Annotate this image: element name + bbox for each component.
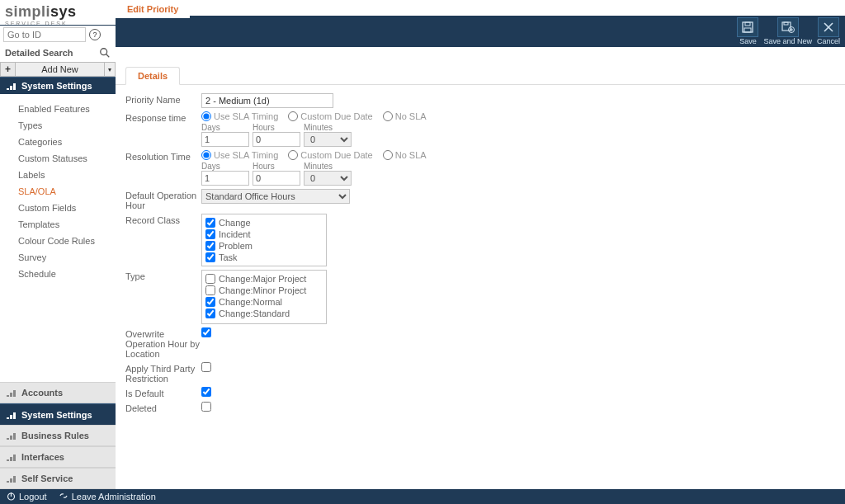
cancel-button[interactable]: Cancel: [817, 17, 840, 45]
power-icon: [7, 492, 16, 502]
svg-rect-10: [13, 412, 16, 419]
accordion-accounts[interactable]: Accounts: [0, 382, 116, 403]
check-problem[interactable]: [205, 241, 215, 251]
check-type-minor[interactable]: [205, 285, 215, 295]
response-minutes-select[interactable]: 0: [304, 132, 352, 147]
detailed-search-link[interactable]: Detailed Search: [5, 48, 73, 58]
toolbar: Save Save and New Cancel: [737, 16, 840, 45]
radio-use-sla-resolution[interactable]: Use SLA Timing: [201, 150, 278, 160]
accordion-label: Self Service: [21, 473, 73, 483]
svg-rect-18: [10, 478, 12, 483]
nav-survey[interactable]: Survey: [18, 249, 116, 266]
svg-rect-9: [10, 415, 12, 419]
caret-down-icon[interactable]: ▾: [104, 62, 116, 77]
label-record-class: Record Class: [125, 214, 201, 225]
label-default-op-hour: Default Operation Hour: [125, 189, 201, 210]
bars-icon: [7, 389, 17, 397]
radio-no-sla-resolution[interactable]: No SLA: [383, 150, 427, 160]
default-op-hour-select[interactable]: Standard Office Hours: [201, 189, 350, 204]
nav-labels[interactable]: Labels: [18, 167, 116, 183]
svg-rect-15: [10, 457, 12, 461]
check-overwrite-op-hour[interactable]: [201, 327, 211, 337]
tab-details[interactable]: Details: [125, 67, 180, 85]
nav-list: Enabled Features Types Categories Custom…: [0, 94, 116, 382]
label-days: Days: [201, 123, 249, 132]
add-new-label: Add New: [15, 62, 104, 77]
svg-rect-5: [7, 395, 9, 397]
check-change[interactable]: [205, 218, 215, 228]
accordion-system-settings[interactable]: System Settings: [0, 403, 116, 425]
nav-categories[interactable]: Categories: [18, 134, 116, 150]
list-item-label: Task: [219, 252, 238, 262]
check-deleted[interactable]: [201, 402, 211, 412]
svg-rect-3: [10, 86, 12, 90]
accordion-interfaces[interactable]: Interfaces: [0, 446, 116, 468]
nav-schedule[interactable]: Schedule: [18, 266, 116, 282]
goto-id-input[interactable]: [3, 27, 86, 42]
list-item-label: Change: [219, 218, 251, 228]
nav-enabled-features[interactable]: Enabled Features: [18, 101, 116, 117]
list-item-label: Change:Major Project: [219, 274, 306, 284]
label-response-time: Response time: [125, 111, 201, 123]
check-is-default[interactable]: [201, 387, 211, 397]
response-days-input[interactable]: [201, 132, 249, 147]
check-third-party[interactable]: [201, 362, 211, 372]
response-hours-input[interactable]: [253, 132, 300, 147]
logout-link[interactable]: Logout: [7, 492, 47, 502]
accordion-business-rules[interactable]: Business Rules: [0, 425, 116, 446]
check-type-normal[interactable]: [205, 297, 215, 307]
radio-no-sla-response[interactable]: No SLA: [383, 111, 427, 121]
label-type: Type: [125, 270, 201, 281]
bars-icon: [7, 431, 17, 440]
save-new-icon: [777, 17, 799, 37]
accordion-self-service[interactable]: Self Service: [0, 468, 116, 489]
nav-templates[interactable]: Templates: [18, 216, 116, 233]
accordion-system-settings-top[interactable]: System Settings: [0, 77, 116, 94]
tab-strip: Details: [116, 67, 845, 85]
help-icon[interactable]: ?: [89, 29, 101, 40]
label-hours: Hours: [253, 123, 300, 132]
link-icon: [59, 492, 68, 502]
nav-sla-ola[interactable]: SLA/OLA: [18, 183, 116, 200]
label-days: Days: [201, 162, 249, 171]
close-icon: [818, 17, 839, 37]
list-item-label: Change:Normal: [219, 297, 282, 307]
svg-rect-4: [13, 83, 16, 90]
check-task[interactable]: [205, 252, 215, 262]
svg-rect-11: [7, 438, 9, 440]
svg-rect-8: [7, 417, 9, 419]
nav-custom-fields[interactable]: Custom Fields: [18, 200, 116, 216]
save-and-new-button[interactable]: Save and New: [763, 17, 812, 45]
svg-rect-14: [7, 459, 9, 461]
sidebar: simplisys SERVICE DESK ? Detailed Search…: [0, 0, 116, 489]
bars-icon: [7, 453, 17, 461]
search-icon[interactable]: [99, 47, 111, 59]
check-incident[interactable]: [205, 229, 215, 239]
resolution-minutes-select[interactable]: 0: [304, 171, 352, 186]
svg-line-1: [106, 54, 110, 58]
toolbar-label: Cancel: [817, 38, 840, 45]
nav-types[interactable]: Types: [18, 117, 116, 134]
radio-custom-due-response[interactable]: Custom Due Date: [288, 111, 372, 121]
logo-text-2: sys: [50, 3, 77, 20]
record-class-list: Change Incident Problem Task: [201, 214, 327, 266]
label-overwrite-op-hour: Overwrite Operation Hour by Location: [125, 327, 201, 359]
plus-icon[interactable]: +: [0, 62, 15, 77]
leave-admin-link[interactable]: Leave Administration: [59, 492, 156, 502]
priority-name-input[interactable]: [201, 93, 333, 108]
save-button[interactable]: Save: [737, 17, 758, 45]
check-type-standard[interactable]: [205, 309, 215, 318]
check-type-major[interactable]: [205, 274, 215, 284]
nav-custom-statuses[interactable]: Custom Statuses: [18, 150, 116, 167]
nav-colour-code-rules[interactable]: Colour Code Rules: [18, 233, 116, 249]
resolution-hours-input[interactable]: [253, 171, 300, 186]
radio-custom-due-resolution[interactable]: Custom Due Date: [288, 150, 372, 160]
accordion-label: Business Rules: [21, 431, 89, 440]
type-list[interactable]: Change:Major Project Change:Minor Projec…: [201, 270, 327, 324]
add-new-dropdown[interactable]: + Add New ▾: [0, 62, 116, 77]
resolution-days-input[interactable]: [201, 171, 249, 186]
radio-use-sla-response[interactable]: Use SLA Timing: [201, 111, 278, 121]
footer-label: Logout: [19, 492, 47, 502]
accordion-label: Interfaces: [21, 452, 64, 462]
form-details: Priority Name Response time Use SLA Timi…: [116, 85, 845, 425]
